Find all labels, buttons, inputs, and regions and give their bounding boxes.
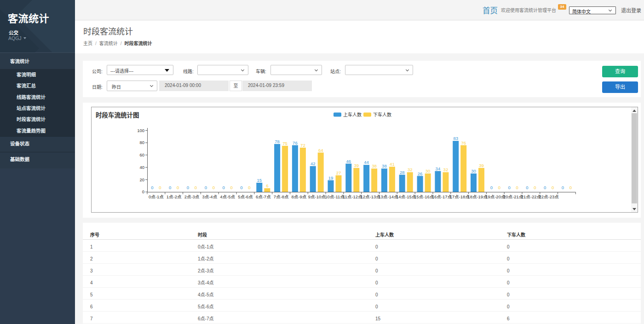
svg-text:0: 0 <box>151 185 153 190</box>
svg-text:16点-17点: 16点-17点 <box>432 194 452 199</box>
svg-text:0: 0 <box>187 185 189 190</box>
svg-text:19: 19 <box>328 175 334 180</box>
svg-text:30: 30 <box>471 168 476 174</box>
svg-text:60: 60 <box>139 152 144 157</box>
svg-text:9点-10点: 9点-10点 <box>308 194 326 199</box>
svg-text:40: 40 <box>139 165 144 170</box>
svg-text:76: 76 <box>293 140 298 145</box>
svg-text:0: 0 <box>562 185 564 190</box>
svg-text:0: 0 <box>195 185 197 190</box>
svg-text:21点-22点: 21点-22点 <box>521 194 541 199</box>
svg-text:78: 78 <box>275 139 280 144</box>
svg-text:下车人数: 下车人数 <box>373 112 391 117</box>
svg-text:80: 80 <box>139 140 144 145</box>
svg-text:0: 0 <box>526 185 528 190</box>
svg-text:12点-13点: 12点-13点 <box>360 194 380 199</box>
svg-text:10点-11点: 10点-11点 <box>325 194 345 199</box>
svg-text:15: 15 <box>257 178 262 183</box>
svg-text:14点-15点: 14点-15点 <box>396 194 416 199</box>
svg-text:5点-6点: 5点-6点 <box>238 194 253 199</box>
svg-text:0: 0 <box>222 185 224 190</box>
svg-text:0: 0 <box>177 185 179 190</box>
svg-text:0: 0 <box>508 185 510 190</box>
svg-text:46: 46 <box>346 159 351 164</box>
svg-text:38: 38 <box>382 163 387 168</box>
svg-text:11点-12点: 11点-12点 <box>343 194 362 199</box>
svg-text:0: 0 <box>534 185 536 190</box>
svg-text:0: 0 <box>498 185 500 190</box>
svg-text:0: 0 <box>240 185 242 190</box>
svg-text:83: 83 <box>453 136 458 141</box>
svg-text:0: 0 <box>552 185 554 190</box>
svg-text:76: 76 <box>461 140 466 145</box>
svg-text:100: 100 <box>137 128 144 133</box>
svg-text:0: 0 <box>230 185 232 190</box>
svg-text:28: 28 <box>400 170 405 175</box>
svg-text:39: 39 <box>479 163 484 168</box>
svg-text:19点-20点: 19点-20点 <box>485 194 506 199</box>
svg-text:0: 0 <box>248 185 250 190</box>
svg-text:0: 0 <box>213 185 215 190</box>
svg-text:0: 0 <box>544 185 546 190</box>
svg-text:0: 0 <box>516 185 518 190</box>
svg-text:0: 0 <box>490 185 493 190</box>
svg-text:7点-8点: 7点-8点 <box>274 194 289 199</box>
svg-text:75: 75 <box>282 141 288 146</box>
svg-text:44: 44 <box>364 160 369 165</box>
svg-text:0: 0 <box>569 185 572 190</box>
svg-text:1点-2点: 1点-2点 <box>167 194 182 199</box>
svg-text:27: 27 <box>336 170 341 175</box>
svg-text:20: 20 <box>139 177 144 182</box>
svg-text:4点-5点: 4点-5点 <box>220 194 235 199</box>
svg-text:13点-14点: 13点-14点 <box>378 194 398 199</box>
svg-text:3点-4点: 3点-4点 <box>202 194 217 199</box>
svg-text:上车人数: 上车人数 <box>343 112 362 117</box>
svg-text:8点-9点: 8点-9点 <box>292 194 307 199</box>
svg-text:41: 41 <box>390 162 395 167</box>
svg-text:6: 6 <box>266 183 268 188</box>
svg-text:64: 64 <box>318 148 323 153</box>
svg-text:26: 26 <box>418 171 423 176</box>
svg-text:72: 72 <box>300 143 305 148</box>
svg-text:15点-16点: 15点-16点 <box>414 194 434 199</box>
svg-text:32: 32 <box>408 167 413 172</box>
svg-text:0点-1点: 0点-1点 <box>149 194 164 199</box>
svg-text:42: 42 <box>310 161 316 166</box>
svg-text:0: 0 <box>159 185 161 190</box>
svg-text:0: 0 <box>142 189 144 194</box>
svg-text:2点-3点: 2点-3点 <box>184 194 200 199</box>
svg-text:39: 39 <box>354 163 359 168</box>
svg-text:17点-18点: 17点-18点 <box>450 194 470 199</box>
svg-text:20点-21点: 20点-21点 <box>503 194 523 199</box>
svg-text:38: 38 <box>372 163 377 168</box>
svg-text:18点-19点: 18点-19点 <box>467 194 488 199</box>
svg-text:22点-23点: 22点-23点 <box>539 194 559 199</box>
svg-text:32: 32 <box>443 167 448 172</box>
svg-text:0: 0 <box>205 185 207 190</box>
svg-text:30: 30 <box>426 168 431 174</box>
svg-text:34: 34 <box>436 166 441 171</box>
svg-text:6点-7点: 6点-7点 <box>256 194 271 199</box>
svg-text:0: 0 <box>169 185 171 190</box>
